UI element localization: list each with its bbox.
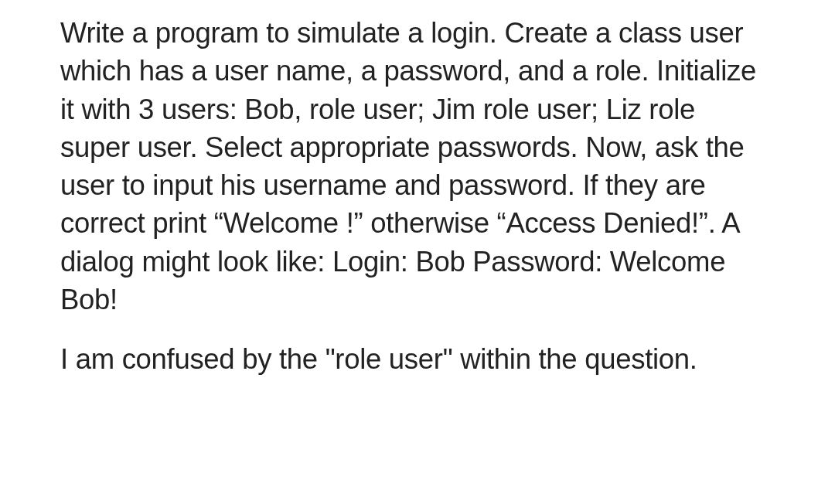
assignment-paragraph: Write a program to simulate a login. Cre…: [60, 14, 765, 318]
document-body: Write a program to simulate a login. Cre…: [60, 14, 765, 378]
student-comment-paragraph: I am confused by the "role user" within …: [60, 340, 765, 378]
